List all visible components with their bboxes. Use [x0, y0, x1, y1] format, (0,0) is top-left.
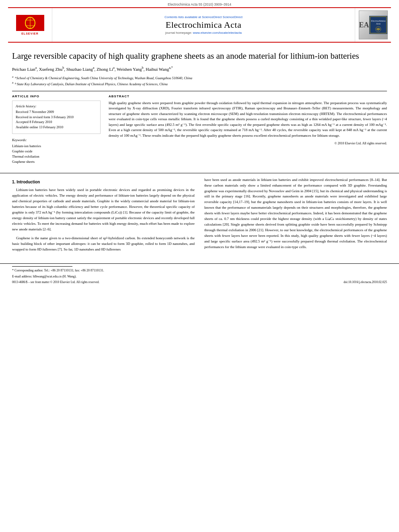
keywords-block: Keywords: Lithium-ion batteries Graphite…: [12, 138, 101, 164]
abstract-text: High quality graphene sheets were prepar…: [109, 101, 387, 139]
abstract-label: ABSTRACT: [109, 94, 387, 98]
accepted-row: Accepted 8 February 2010: [16, 120, 97, 125]
section-number: 1.: [12, 180, 15, 184]
received-row: Received 7 November 2009: [16, 110, 97, 115]
revised-row: Received in revised form 3 February 2010: [16, 115, 97, 120]
online-row: Available online 13 February 2010: [16, 125, 97, 130]
authors-line: Peichao Liana, Xuefeng Zhub, Shuzhao Lia…: [12, 66, 387, 72]
keywords-label: Keywords:: [12, 138, 101, 143]
intro-para-1: Lithium-ion batteries have been widely u…: [12, 187, 195, 232]
keyword-3: Thermal exfoliation: [12, 154, 101, 159]
article-title: Large reversible capacity of high qualit…: [12, 51, 387, 62]
journal-homepage-link[interactable]: www.elsevier.com/locate/electacta: [193, 31, 242, 35]
body-two-col: 1. Introduction Lithium-ion batteries ha…: [12, 177, 387, 256]
page: Electrochimica Acta 55 (2010) 3909–3914 …: [0, 0, 399, 532]
history-label: Article history:: [16, 104, 97, 108]
elsevier-logo: ELSEVIER: [16, 15, 44, 35]
journal-ref-line: Electrochimica Acta 55 (2010) 3909–3914: [0, 0, 399, 7]
affiliation-a: a ᵃ School of Chemistry & Chemical Engin…: [12, 75, 387, 81]
authors-text: Peichao Liana, Xuefeng Zhub, Shuzhao Lia…: [12, 67, 173, 72]
body-left-col: 1. Introduction Lithium-ion batteries ha…: [12, 177, 195, 256]
keyword-2: Graphite oxide: [12, 149, 101, 154]
affiliation-b: b ᵇ State Key Laboratory of Catalysis, D…: [12, 81, 387, 87]
elsevier-logo-area: ELSEVIER: [8, 8, 52, 42]
keyword-4: Graphene sheets: [12, 160, 101, 164]
right-col-para-1: have been used as anode materials in lit…: [204, 177, 387, 250]
issn-line: 0013-4686/$ – see front matter © 2010 El…: [12, 280, 99, 284]
email-label: E-mail address:: [12, 275, 32, 278]
section-title: Introduction: [16, 180, 40, 184]
article-history-block: Article history: Received 7 November 200…: [12, 101, 101, 134]
corresponding-note: * Corresponding author. Tel.: +86 20 871…: [12, 268, 387, 273]
abstract-column: ABSTRACT High quality graphene sheets we…: [109, 91, 387, 165]
journal-cover-image: Electrochimica Acta: [359, 10, 388, 39]
copyright-line: © 2010 Elsevier Ltd. All rights reserved…: [109, 142, 387, 145]
intro-heading: 1. Introduction: [12, 179, 195, 185]
sciencedirect-link-text[interactable]: ScienceDirect: [223, 15, 243, 19]
info-abstract-section: ARTICLE INFO Article history: Received 7…: [12, 91, 387, 165]
journal-header-band: ELSEVIER Contents lists available at Sci…: [8, 7, 391, 43]
journal-title-area: Contents lists available at ScienceDirec…: [52, 8, 355, 42]
intro-para-2: Graphene is the name given to a two-dime…: [12, 236, 195, 253]
svg-text:Electrochimica: Electrochimica: [370, 20, 385, 22]
article-info-label: ARTICLE INFO: [12, 94, 101, 98]
article-main: Large reversible capacity of high qualit…: [0, 43, 399, 173]
doi-line: doi:10.1016/j.electacta.2010.02.025: [343, 280, 387, 284]
body-content: 1. Introduction Lithium-ion batteries ha…: [0, 173, 399, 264]
journal-homepage: journal homepage: www.elsevier.com/locat…: [165, 31, 242, 35]
sciencedirect-text: Contents lists available at ScienceDirec…: [165, 15, 243, 19]
svg-text:Acta: Acta: [376, 23, 380, 25]
elsevier-logo-graphic: [16, 15, 44, 31]
journal-cover-icon: Electrochimica Acta: [355, 8, 391, 42]
email-value: hlhwang@scut.edu.cn (H. Wang).: [33, 275, 76, 278]
email-row: E-mail address: hlhwang@scut.edu.cn (H. …: [12, 274, 387, 279]
elsevier-label: ELSEVIER: [21, 32, 39, 35]
journal-ref: Electrochimica Acta 55 (2010) 3909–3914: [168, 2, 231, 6]
journal-title: Electrochimica Acta: [166, 20, 241, 30]
affiliations: a ᵃ School of Chemistry & Chemical Engin…: [12, 75, 387, 86]
article-info-column: ARTICLE INFO Article history: Received 7…: [12, 91, 101, 165]
footer-bottom: 0013-4686/$ – see front matter © 2010 El…: [12, 280, 387, 284]
body-right-col: have been used as anode materials in lit…: [204, 177, 387, 256]
footer: * Corresponding author. Tel.: +86 20 871…: [0, 263, 399, 288]
keyword-1: Lithium-ion batteries: [12, 144, 101, 149]
